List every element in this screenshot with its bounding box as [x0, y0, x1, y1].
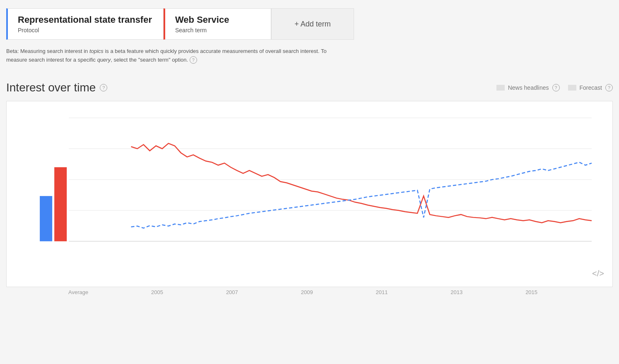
news-help-icon[interactable]: ?	[552, 84, 560, 91]
chart-section: Interest over time ? News headlines ? Fo…	[0, 73, 619, 299]
x-label-2013: 2013	[450, 289, 462, 295]
term-1-title: Representational state transfer	[18, 14, 153, 25]
chart-title: Interest over time	[6, 81, 96, 94]
legend-forecast-box	[568, 85, 576, 91]
add-term-card[interactable]: + Add term	[271, 8, 354, 40]
chart-help-icon[interactable]: ?	[100, 84, 107, 91]
beta-text: Beta: Measuring search interest in topic…	[6, 47, 337, 65]
beta-help-icon[interactable]: ?	[190, 56, 197, 64]
legend-forecast-label: Forecast	[580, 84, 602, 91]
chart-container: </>	[6, 101, 613, 287]
term-card-1[interactable]: Representational state transfer Protocol	[6, 8, 164, 40]
chart-header: Interest over time ? News headlines ? Fo…	[6, 81, 613, 94]
legend-forecast: Forecast ?	[568, 84, 613, 91]
term-1-subtitle: Protocol	[18, 27, 153, 34]
x-label-2007: 2007	[226, 289, 238, 295]
x-axis-labels: Average 2005 2007 2009 2011 2013 2015	[6, 289, 613, 295]
legend-news-box	[496, 85, 505, 91]
chart-svg	[19, 110, 600, 266]
avg-bar-red	[54, 167, 67, 241]
avg-bar-blue	[40, 196, 52, 241]
x-label-2009: 2009	[301, 289, 313, 295]
top-section: Representational state transfer Protocol…	[0, 0, 619, 73]
x-label-2005: 2005	[151, 289, 163, 295]
term-2-subtitle: Search term	[175, 27, 261, 34]
legend-news-headlines: News headlines ?	[496, 84, 560, 91]
embed-icon[interactable]: </>	[592, 269, 604, 278]
x-label-avg: Average	[68, 289, 88, 295]
terms-row: Representational state transfer Protocol…	[6, 8, 613, 40]
chart-title-row: Interest over time ?	[6, 81, 107, 94]
term-card-2[interactable]: Web Service Search term	[164, 8, 271, 40]
blue-line	[131, 162, 592, 228]
legend-news-label: News headlines	[508, 84, 549, 91]
x-label-2011: 2011	[376, 289, 388, 295]
chart-legend: News headlines ? Forecast ?	[496, 84, 613, 91]
forecast-help-icon[interactable]: ?	[605, 84, 613, 91]
red-line	[131, 143, 592, 223]
add-term-label: + Add term	[294, 20, 331, 29]
term-2-title: Web Service	[175, 14, 261, 25]
x-label-2015: 2015	[525, 289, 537, 295]
